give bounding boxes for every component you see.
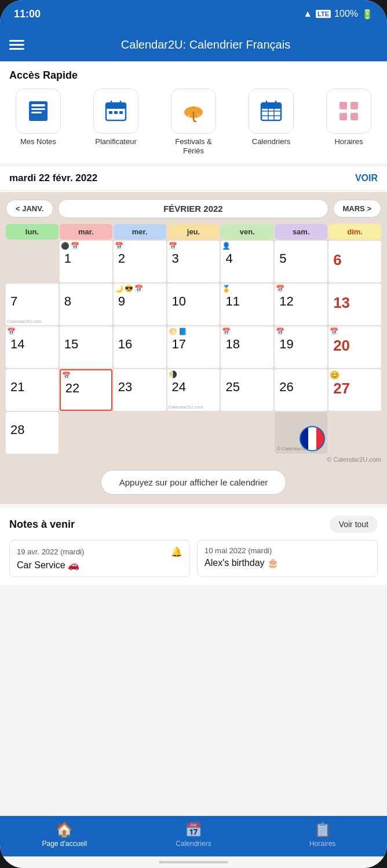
day-header-lun: lun. xyxy=(6,224,59,240)
svg-rect-5 xyxy=(106,103,126,109)
notes-header: Notes à venir Voir tout xyxy=(9,516,378,533)
svg-rect-9 xyxy=(114,111,118,114)
nav-home-label: Page d'accueil xyxy=(42,840,87,848)
cal-cell-3[interactable]: 📅 3 xyxy=(167,241,220,282)
horaires-icon-box xyxy=(326,89,371,134)
quick-icon-horaires[interactable]: Horaires xyxy=(320,89,378,146)
moon-icon: ⚫ xyxy=(61,242,70,250)
cal-cell-12[interactable]: 📅 12 xyxy=(275,284,327,325)
calendriers-label: Calendriers xyxy=(252,137,290,146)
cal-cell-7[interactable]: 7 Calendar2U.com xyxy=(6,284,59,325)
voir-button[interactable]: VOIR xyxy=(355,173,378,183)
mes-notes-icon-box xyxy=(16,89,61,134)
nav-horaires-label: Horaires xyxy=(309,840,335,848)
cal-cell-empty-2 xyxy=(60,412,112,454)
day-header-sam: sam. xyxy=(275,224,327,240)
cal-cell-16[interactable]: 16 xyxy=(114,326,166,368)
battery-icon: 🔋 xyxy=(362,9,373,20)
current-date: mardi 22 févr. 2022 xyxy=(9,172,97,184)
quick-icon-calendriers[interactable]: Calendriers xyxy=(242,89,300,146)
cal-cell-8[interactable]: 8 xyxy=(60,284,112,325)
cal-cell-28[interactable]: 28 xyxy=(6,412,59,454)
cal-cell-6[interactable]: 6 xyxy=(328,241,381,282)
next-month-button[interactable]: MARS > xyxy=(333,200,381,218)
cal-cell-14[interactable]: 📅 14 xyxy=(6,326,59,368)
bottom-indicator xyxy=(0,856,387,868)
cal-cell-empty-4 xyxy=(167,412,220,454)
cal-cell-13[interactable]: 13 xyxy=(328,284,381,325)
current-month-button[interactable]: FÉVRIER 2022 xyxy=(58,199,328,218)
svg-rect-10 xyxy=(119,111,123,114)
note-card-1[interactable]: 10 mai 2022 (mardi) Alex's birthday 🎂 xyxy=(197,540,378,577)
cal-cell-11[interactable]: 🥇 11 xyxy=(221,284,273,325)
cal-cell-17[interactable]: 🌕 📘 17 xyxy=(167,326,220,368)
quick-icon-mes-notes[interactable]: Mes Notes xyxy=(9,89,67,146)
menu-button[interactable] xyxy=(9,40,24,50)
cal-cell-25[interactable]: 25 xyxy=(221,369,273,411)
nav-horaires-icon: 📋 xyxy=(314,822,331,838)
mes-notes-label: Mes Notes xyxy=(20,137,56,146)
prev-month-button[interactable]: < JANV. xyxy=(6,200,53,218)
cal-icons-1: ⚫ 📅 xyxy=(61,242,79,250)
cal-cell-27[interactable]: 😊 27 xyxy=(328,369,381,411)
cal-cell-empty-1 xyxy=(6,241,59,282)
calendar-grid: ⚫ 📅 1 📅 2 📅 3 👤 4 5 xyxy=(6,241,381,454)
day-headers: lun. mar. mer. jeu. ven. sam. dim. xyxy=(6,224,381,240)
cal-cell-18[interactable]: 📅 18 xyxy=(221,326,273,368)
calendar-sm-icon: 📅 xyxy=(71,242,79,250)
date-row: mardi 22 févr. 2022 VOIR xyxy=(0,167,387,190)
bottom-nav: 🏠 Page d'accueil 📅 Calendriers 📋 Horaire… xyxy=(0,816,387,856)
voir-tout-button[interactable]: Voir tout xyxy=(330,516,378,533)
main-content: Accès Rapide Mes Notes xyxy=(0,61,387,816)
cal-cell-21[interactable]: 21 xyxy=(6,369,59,411)
svg-rect-24 xyxy=(351,102,358,109)
cal-cell-4[interactable]: 👤 4 xyxy=(221,241,273,282)
nav-home[interactable]: 🏠 Page d'accueil xyxy=(38,822,90,848)
home-icon: 🏠 xyxy=(56,822,73,838)
quick-icon-festivals[interactable]: Festivals & Fériés xyxy=(165,89,222,155)
svg-rect-23 xyxy=(339,102,347,109)
quick-icons-row: Mes Notes xyxy=(9,89,378,155)
cal-cell-26[interactable]: 26 xyxy=(275,369,327,411)
note-content-1: Alex's birthday 🎂 xyxy=(205,557,370,568)
note-card-0[interactable]: 19 avr. 2022 (mardi) 🔔 Car Service 🚗 xyxy=(9,540,190,577)
quick-access-section: Accès Rapide Mes Notes xyxy=(0,61,387,163)
cal-cell-22[interactable]: 📅 22 xyxy=(60,369,112,411)
status-bar: 11:00 ▲ LTE 100% 🔋 xyxy=(0,0,387,28)
cal-cell-empty-5 xyxy=(221,412,273,454)
cal-cell-23[interactable]: 23 xyxy=(114,369,166,411)
nav-calendriers[interactable]: 📅 Calendriers xyxy=(167,822,220,848)
cal-cell-empty-3 xyxy=(114,412,166,454)
show-calendar-button[interactable]: Appuyez sur pour afficher le calendrier xyxy=(101,470,286,495)
calendriers-icon-box xyxy=(249,89,294,134)
notes-icon xyxy=(25,98,51,124)
cal-cell-10[interactable]: 10 xyxy=(167,284,220,325)
cal-cell-2[interactable]: 📅 2 xyxy=(114,241,166,282)
cal-cell-20[interactable]: 📅 20 xyxy=(328,326,381,368)
note-date-0: 19 avr. 2022 (mardi) xyxy=(17,547,84,556)
app-title: Calendar2U: Calendrier Français xyxy=(34,38,378,52)
cal-cell-1[interactable]: ⚫ 📅 1 xyxy=(60,241,112,282)
app-bar: Calendar2U: Calendrier Français xyxy=(0,28,387,61)
svg-rect-1 xyxy=(31,104,45,106)
cal-cell-9[interactable]: 🌙 😎 📅 9 xyxy=(114,284,166,325)
festivals-label: Festivals & Fériés xyxy=(165,137,222,155)
cal-cell-empty-6 xyxy=(328,412,381,454)
cal-cell-19[interactable]: 📅 19 xyxy=(275,326,327,368)
battery-label: 100% xyxy=(334,9,358,19)
wifi-icon: ▲ xyxy=(303,9,312,19)
note-content-0: Car Service 🚗 xyxy=(17,560,182,571)
calendar-icon xyxy=(258,98,284,124)
horaires-label: Horaires xyxy=(334,137,363,146)
svg-point-14 xyxy=(198,115,199,116)
cal-cell-15[interactable]: 15 xyxy=(60,326,112,368)
cal-cell-5[interactable]: 5 xyxy=(275,241,327,282)
planificateur-label: Planificateur xyxy=(95,137,137,146)
cal-cell-24[interactable]: 🌗 24 Calendar2U.com xyxy=(167,369,220,411)
notes-title: Notes à venir xyxy=(9,518,75,531)
planificateur-icon-box xyxy=(93,89,138,134)
svg-point-13 xyxy=(188,115,190,117)
svg-rect-25 xyxy=(339,113,347,120)
quick-icon-planificateur[interactable]: Planificateur xyxy=(87,89,145,146)
nav-horaires[interactable]: 📋 Horaires xyxy=(297,822,349,848)
